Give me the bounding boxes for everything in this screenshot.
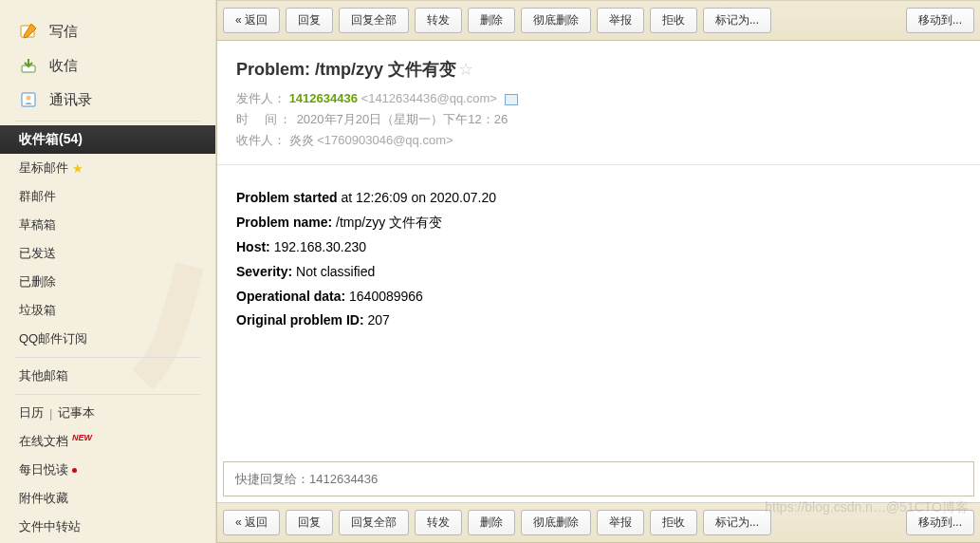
report-button[interactable]: 举报 [597,8,644,33]
time-value: 2020年7月20日（星期一）下午12：26 [297,112,508,126]
contacts-label: 通讯录 [49,91,92,109]
sidebar-item-subscribe[interactable]: QQ邮件订阅 [0,325,215,353]
svg-point-3 [27,96,31,101]
recipient-label: 收件人： [236,133,286,147]
reply-button[interactable]: 回复 [286,510,333,535]
delete-forever-button[interactable]: 彻底删除 [521,8,591,33]
recipient-address: <1760903046@qq.com> [317,133,453,147]
mail-subject: Problem: /tmp/zyy 文件有变☆ [236,58,961,81]
reply-all-button[interactable]: 回复全部 [339,8,409,33]
vcard-icon[interactable] [505,94,518,105]
body-line: Host: 192.168.30.230 [236,235,961,260]
back-button[interactable]: « 返回 [223,8,280,33]
receive-label: 收信 [49,57,78,75]
delete-forever-button[interactable]: 彻底删除 [521,510,591,535]
subscribe-label: QQ邮件订阅 [19,330,87,347]
recipient-row: 收件人： 炎炎 <1760903046@qq.com> [236,132,961,149]
quick-reply-input[interactable] [223,461,974,496]
report-button[interactable]: 举报 [597,510,644,535]
body-line: Severity: Not classified [236,260,961,285]
back-button[interactable]: « 返回 [223,510,280,535]
mail-header: Problem: /tmp/zyy 文件有变☆ 发件人： 1412634436 … [217,41,980,165]
calendar-label[interactable]: 日历 [19,404,44,421]
time-label: 时 间： [236,111,293,128]
recipient-name[interactable]: 炎炎 [289,133,314,147]
receive-icon [19,56,38,75]
drafts-label: 草稿箱 [19,216,56,234]
compose-label: 写信 [49,23,78,41]
mail-body: Problem started at 12:26:09 on 2020.07.2… [217,165,980,456]
body-line: Problem started at 12:26:09 on 2020.07.2… [236,186,961,211]
move-to-button[interactable]: 移动到... [906,510,974,535]
mark-as-button[interactable]: 标记为... [703,8,771,33]
delete-button[interactable]: 删除 [468,510,515,535]
sidebar-item-calendar-notes[interactable]: 日历 | 记事本 [0,399,215,427]
daily-read-label: 每日悦读 [19,461,77,478]
sender-label: 发件人： [236,91,286,105]
new-badge: NEW [72,433,92,442]
time-row: 时 间： 2020年7月20日（星期一）下午12：26 [236,111,961,128]
trash-label: 垃圾箱 [19,302,56,319]
forward-button[interactable]: 转发 [415,8,462,33]
sender-address: <1412634436@qq.com> [361,91,497,105]
compose-icon [19,22,38,41]
starred-label: 星标邮件 [19,159,68,177]
forward-button[interactable]: 转发 [415,510,462,535]
contacts-icon [19,90,38,109]
sender-name[interactable]: 1412634436 [289,91,358,105]
toolbar-bottom: « 返回 回复 回复全部 转发 删除 彻底删除 举报 拒收 标记为... 移动到… [217,502,980,543]
sidebar-item-group[interactable]: 群邮件 [0,182,215,211]
subject-text: Problem: /tmp/zyy 文件有变 [236,60,456,79]
attachments-label: 附件收藏 [19,490,68,507]
sidebar-item-other-mailbox[interactable]: 其他邮箱 [0,362,215,390]
notes-label[interactable]: 记事本 [58,404,95,421]
deleted-label: 已删除 [19,273,56,290]
sidebar-item-daily-read[interactable]: 每日悦读 [0,456,215,484]
body-line: Operational data: 1640089966 [236,285,961,309]
sidebar-item-deleted[interactable]: 已删除 [0,268,215,296]
quick-reply-area [217,456,980,502]
star-icon: ★ [72,161,83,176]
divider [15,394,200,395]
sidebar-item-sent[interactable]: 已发送 [0,239,215,268]
reject-button[interactable]: 拒收 [650,8,697,33]
inbox-label: 收件箱(54) [19,131,83,148]
reject-button[interactable]: 拒收 [650,510,697,535]
group-label: 群邮件 [19,188,56,205]
move-to-button[interactable]: 移动到... [906,8,974,33]
favorite-star-icon[interactable]: ☆ [458,60,473,79]
compose-button[interactable]: 写信 [0,14,215,48]
sender-row: 发件人： 1412634436 <1412634436@qq.com> [236,90,961,107]
sidebar-item-online-docs[interactable]: 在线文档 NEW [0,427,215,456]
delete-button[interactable]: 删除 [468,8,515,33]
main-content: « 返回 回复 回复全部 转发 删除 彻底删除 举报 拒收 标记为... 移动到… [216,0,980,543]
toolbar-top: « 返回 回复 回复全部 转发 删除 彻底删除 举报 拒收 标记为... 移动到… [217,0,980,41]
separator: | [49,406,52,421]
divider [15,121,200,122]
reply-all-button[interactable]: 回复全部 [339,510,409,535]
sidebar: 写信 收信 通讯录 收件箱(54) 星标邮件 ★ 群邮件 草稿箱 已发送 已删除… [0,0,216,543]
sidebar-item-inbox[interactable]: 收件箱(54) [0,125,215,154]
body-line: Original problem ID: 207 [236,309,961,333]
sidebar-item-file-transfer[interactable]: 文件中转站 [0,513,215,541]
mark-as-button[interactable]: 标记为... [703,510,771,535]
file-transfer-label: 文件中转站 [19,518,81,535]
online-docs-label: 在线文档 [19,433,68,450]
sidebar-item-attachments[interactable]: 附件收藏 [0,484,215,513]
sent-label: 已发送 [19,245,56,262]
sidebar-item-drafts[interactable]: 草稿箱 [0,211,215,239]
sidebar-item-starred[interactable]: 星标邮件 ★ [0,154,215,182]
body-line: Problem name: /tmp/zyy 文件有变 [236,211,961,235]
contacts-button[interactable]: 通讯录 [0,83,215,117]
receive-button[interactable]: 收信 [0,48,215,83]
other-mailbox-label: 其他邮箱 [19,367,68,384]
divider [15,357,200,358]
reply-button[interactable]: 回复 [286,8,333,33]
sidebar-item-trash[interactable]: 垃圾箱 [0,296,215,325]
